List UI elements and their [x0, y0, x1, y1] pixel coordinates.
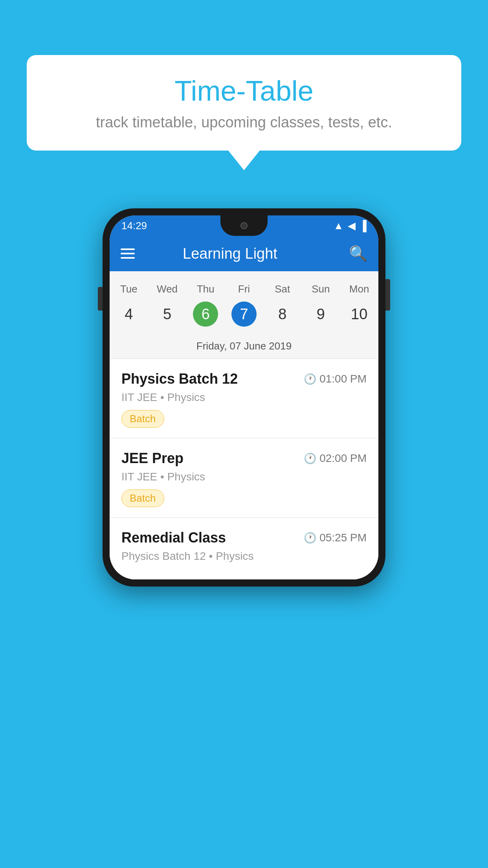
day-wed: Wed — [148, 279, 187, 298]
phone-outer: 14:29 ▲ ◀ ▐ Learning Light 🔍 — [103, 208, 385, 587]
clock-icon-3: 🕐 — [304, 532, 316, 544]
speech-bubble-subtitle: track timetable, upcoming classes, tests… — [50, 114, 438, 131]
app-title: Learning Light — [121, 245, 339, 262]
schedule-item-3-header: Remedial Class 🕐 05:25 PM — [121, 530, 367, 546]
signal-icon: ◀ — [348, 220, 356, 232]
search-icon[interactable]: 🔍 — [349, 245, 367, 262]
schedule-item-1-time: 🕐 01:00 PM — [304, 373, 367, 385]
speech-bubble: Time-Table track timetable, upcoming cla… — [27, 55, 461, 151]
date-8[interactable]: 8 — [263, 298, 302, 331]
schedule-item-2-time: 🕐 02:00 PM — [304, 452, 367, 465]
phone-screen: 14:29 ▲ ◀ ▐ Learning Light 🔍 — [110, 215, 378, 579]
date-7-selected[interactable]: 7 — [225, 298, 263, 331]
schedule-item-3-title: Remedial Class — [121, 530, 226, 546]
schedule-item-2-badge: Batch — [121, 489, 164, 507]
wifi-icon: ▲ — [334, 220, 344, 232]
status-icons: ▲ ◀ ▐ — [334, 220, 367, 232]
date-9[interactable]: 9 — [302, 298, 340, 331]
schedule-item-1[interactable]: Physics Batch 12 🕐 01:00 PM IIT JEE • Ph… — [110, 359, 378, 438]
notch — [220, 215, 268, 236]
schedule-item-2-title: JEE Prep — [121, 450, 183, 467]
schedule-list: Physics Batch 12 🕐 01:00 PM IIT JEE • Ph… — [110, 359, 378, 579]
schedule-item-3[interactable]: Remedial Class 🕐 05:25 PM Physics Batch … — [110, 518, 378, 579]
clock-icon-2: 🕐 — [304, 452, 316, 465]
day-sat: Sat — [263, 279, 302, 298]
schedule-item-2-header: JEE Prep 🕐 02:00 PM — [121, 450, 367, 467]
day-tue: Tue — [110, 279, 148, 298]
speech-bubble-wrapper: Time-Table track timetable, upcoming cla… — [27, 55, 461, 170]
calendar: Tue Wed Thu Fri Sat Sun Mon 4 5 — [110, 271, 378, 359]
schedule-item-1-header: Physics Batch 12 🕐 01:00 PM — [121, 371, 367, 387]
phone-mockup: 14:29 ▲ ◀ ▐ Learning Light 🔍 — [103, 208, 385, 587]
schedule-item-3-time: 🕐 05:25 PM — [304, 531, 367, 544]
dates-row: 4 5 6 7 8 9 — [110, 298, 378, 337]
selected-date-label: Friday, 07 June 2019 — [110, 337, 378, 359]
date-10[interactable]: 10 — [340, 298, 378, 331]
date-4[interactable]: 4 — [110, 298, 148, 331]
date-6-today[interactable]: 6 — [186, 298, 225, 331]
schedule-item-1-subtitle: IIT JEE • Physics — [121, 391, 367, 404]
day-mon: Mon — [340, 279, 378, 298]
schedule-item-2-subtitle: IIT JEE • Physics — [121, 471, 367, 483]
schedule-item-1-title: Physics Batch 12 — [121, 371, 238, 387]
status-bar: 14:29 ▲ ◀ ▐ — [110, 215, 378, 236]
speech-bubble-title: Time-Table — [50, 75, 438, 107]
day-fri: Fri — [225, 279, 263, 298]
battery-icon: ▐ — [360, 220, 367, 232]
camera-notch — [240, 222, 248, 229]
date-5[interactable]: 5 — [148, 298, 187, 331]
day-sun: Sun — [302, 279, 340, 298]
clock-icon-1: 🕐 — [304, 373, 316, 385]
days-row: Tue Wed Thu Fri Sat Sun Mon — [110, 271, 378, 298]
day-thu: Thu — [186, 279, 225, 298]
schedule-item-3-subtitle: Physics Batch 12 • Physics — [121, 550, 367, 563]
speech-bubble-tail — [228, 151, 260, 170]
status-time: 14:29 — [121, 220, 147, 232]
schedule-item-1-badge: Batch — [121, 410, 164, 428]
schedule-item-2[interactable]: JEE Prep 🕐 02:00 PM IIT JEE • Physics Ba… — [110, 438, 378, 518]
app-bar: Learning Light 🔍 — [110, 236, 378, 271]
